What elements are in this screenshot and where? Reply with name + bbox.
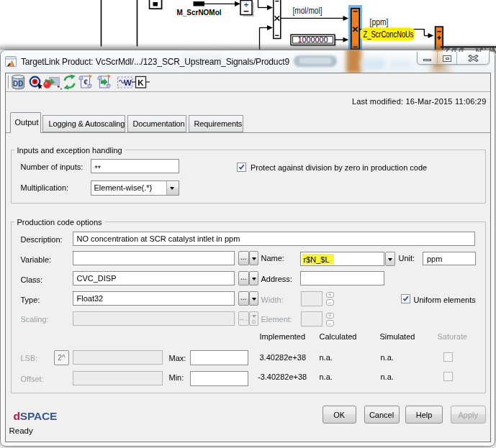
svg-text:DD: DD (13, 80, 23, 88)
svg-text:K: K (137, 78, 144, 87)
svg-text:¢: ¢ (84, 78, 88, 86)
svg-text:Z_ScrConcNoUs: Z_ScrConcNoUs (364, 29, 414, 40)
svg-text:÷: ÷ (244, 0, 248, 9)
svg-text:[mol/mol]: [mol/mol] (293, 6, 323, 16)
svg-text:[ppm]: [ppm] (370, 17, 389, 27)
svg-text:W: W (124, 78, 132, 87)
svg-text:M_ScrNOMol: M_ScrNOMol (177, 8, 222, 17)
